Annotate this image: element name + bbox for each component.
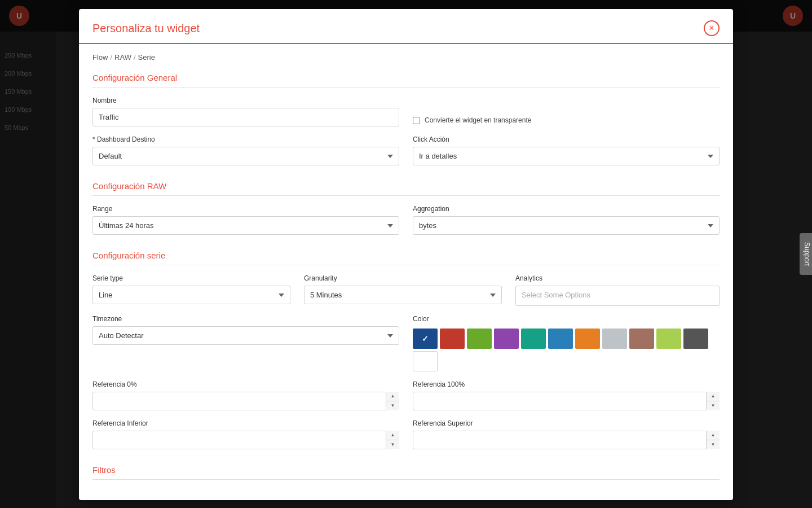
- ref100-down[interactable]: ▼: [707, 401, 720, 410]
- form-group-range: Range Últimas 24 horas: [92, 205, 399, 235]
- modal-body: Flow / RAW / Serie Configuración General…: [79, 44, 733, 500]
- modal-header: Personaliza tu widget ×: [79, 9, 733, 44]
- form-group-serie-type: Serie type Line: [92, 274, 290, 306]
- ref100-up[interactable]: ▲: [707, 392, 720, 401]
- color-swatch-8[interactable]: [629, 329, 654, 349]
- ref-inferior-input[interactable]: [92, 431, 399, 449]
- ref-superior-down[interactable]: ▼: [707, 440, 720, 449]
- transparent-label: Convierte el widget en transparente: [425, 116, 531, 124]
- aggregation-select[interactable]: bytes: [413, 216, 720, 235]
- ref0-up[interactable]: ▲: [386, 392, 399, 401]
- form-group-dashboard-destino: * Dashboard Destino Default: [92, 135, 399, 165]
- color-swatch-6[interactable]: [575, 329, 600, 349]
- form-row-timezone-color: Timezone Auto Detectar Color: [92, 315, 720, 371]
- ref0-input[interactable]: [92, 392, 399, 410]
- ref0-down[interactable]: ▼: [386, 401, 399, 410]
- form-group-color: Color: [413, 315, 720, 371]
- breadcrumb-flow: Flow: [92, 53, 108, 62]
- timezone-select[interactable]: Auto Detectar: [92, 326, 399, 345]
- modal-close-button[interactable]: ×: [704, 20, 720, 36]
- form-group-transparent: Convierte el widget en transparente: [413, 97, 720, 126]
- color-swatch-9[interactable]: [656, 329, 681, 349]
- ref-superior-spinner: ▲ ▼: [706, 431, 720, 449]
- form-row-referencia-inferior-superior: Referencia Inferior ▲ ▼ Referencia Super…: [92, 419, 720, 449]
- ref0-label: Referencia 0%: [92, 380, 399, 388]
- form-group-ref-superior: Referencia Superior ▲ ▼: [413, 419, 720, 449]
- form-group-granularity: Granularity 5 Minutes: [304, 274, 502, 306]
- ref-superior-label: Referencia Superior: [413, 419, 720, 427]
- form-group-analytics: Analytics Select Some Options: [515, 274, 720, 306]
- nombre-input[interactable]: [92, 108, 399, 126]
- color-swatch-10[interactable]: [683, 329, 708, 349]
- form-group-aggregation: Aggregation bytes: [413, 205, 720, 235]
- section-title-filtros: Filtros: [92, 458, 720, 480]
- color-swatch-1[interactable]: [440, 329, 465, 349]
- serie-type-label: Serie type: [92, 274, 290, 282]
- form-row-raw: Range Últimas 24 horas Aggregation bytes: [92, 205, 720, 235]
- breadcrumb-sep-1: /: [110, 53, 112, 62]
- color-swatch-5[interactable]: [548, 329, 573, 349]
- granularity-select[interactable]: 5 Minutes: [304, 286, 502, 304]
- ref100-label: Referencia 100%: [413, 380, 720, 388]
- ref0-input-wrap: ▲ ▼: [92, 392, 399, 410]
- ref-inferior-spinner: ▲ ▼: [386, 431, 399, 449]
- ref100-input-wrap: ▲ ▼: [413, 392, 720, 410]
- aggregation-label: Aggregation: [413, 205, 720, 213]
- color-swatch-7[interactable]: [602, 329, 627, 349]
- form-row-serie-type: Serie type Line Granularity 5 Minutes An…: [92, 274, 720, 306]
- click-accion-label: Click Acción: [413, 135, 720, 143]
- serie-type-select[interactable]: Line: [92, 286, 290, 304]
- modal-title: Personaliza tu widget: [92, 22, 200, 35]
- modal-dialog: Personaliza tu widget × Flow / RAW / Ser…: [79, 9, 733, 500]
- transparent-checkbox-row: Convierte el widget en transparente: [413, 112, 720, 124]
- modal-overlay: Personaliza tu widget × Flow / RAW / Ser…: [0, 0, 812, 508]
- ref0-spinner: ▲ ▼: [386, 392, 399, 410]
- range-select[interactable]: Últimas 24 horas: [92, 216, 399, 235]
- form-group-nombre: Nombre: [92, 97, 399, 126]
- breadcrumb-sep-2: /: [134, 53, 136, 62]
- form-group-ref-inferior: Referencia Inferior ▲ ▼: [92, 419, 399, 449]
- form-group-ref100: Referencia 100% ▲ ▼: [413, 380, 720, 410]
- section-title-raw: Configuración RAW: [92, 174, 720, 196]
- transparent-checkbox[interactable]: [413, 117, 420, 124]
- ref-inferior-down[interactable]: ▼: [386, 440, 399, 449]
- ref-superior-input-wrap: ▲ ▼: [413, 431, 720, 449]
- click-accion-select[interactable]: Ir a detalles: [413, 147, 720, 165]
- nombre-label: Nombre: [92, 97, 399, 104]
- form-row-dashboard: * Dashboard Destino Default Click Acción…: [92, 135, 720, 165]
- breadcrumb-raw: RAW: [114, 53, 131, 62]
- form-group-ref0: Referencia 0% ▲ ▼: [92, 380, 399, 410]
- ref100-spinner: ▲ ▼: [706, 392, 720, 410]
- color-swatch-3[interactable]: [494, 329, 519, 349]
- form-row-nombre: Nombre Convierte el widget en transparen…: [92, 97, 720, 126]
- range-label: Range: [92, 205, 399, 213]
- analytics-placeholder: Select Some Options: [522, 291, 590, 299]
- dashboard-destino-label: * Dashboard Destino: [92, 135, 399, 143]
- color-swatch-11[interactable]: [413, 351, 438, 371]
- timezone-label: Timezone: [92, 315, 399, 323]
- ref-inferior-input-wrap: ▲ ▼: [92, 431, 399, 449]
- form-row-referencia-0-100: Referencia 0% ▲ ▼ Referencia 100%: [92, 380, 720, 410]
- analytics-label: Analytics: [515, 274, 720, 282]
- form-group-click-accion: Click Acción Ir a detalles: [413, 135, 720, 165]
- support-tab[interactable]: Support: [800, 233, 812, 275]
- color-swatch-2[interactable]: [467, 329, 492, 349]
- breadcrumb: Flow / RAW / Serie: [92, 44, 720, 66]
- breadcrumb-serie: Serie: [138, 53, 155, 62]
- granularity-label: Granularity: [304, 274, 502, 282]
- ref-inferior-label: Referencia Inferior: [92, 419, 399, 427]
- color-swatch-0[interactable]: [413, 329, 438, 349]
- color-swatch-4[interactable]: [521, 329, 546, 349]
- color-label: Color: [413, 315, 720, 323]
- ref-superior-input[interactable]: [413, 431, 720, 449]
- ref-inferior-up[interactable]: ▲: [386, 431, 399, 440]
- form-group-timezone: Timezone Auto Detectar: [92, 315, 399, 371]
- ref-superior-up[interactable]: ▲: [707, 431, 720, 440]
- color-row: [413, 329, 720, 371]
- section-title-serie: Configuración serie: [92, 244, 720, 265]
- section-title-general: Configuración General: [92, 66, 720, 87]
- dashboard-destino-select[interactable]: Default: [92, 147, 399, 165]
- analytics-multiselect[interactable]: Select Some Options: [515, 286, 720, 306]
- ref100-input[interactable]: [413, 392, 720, 410]
